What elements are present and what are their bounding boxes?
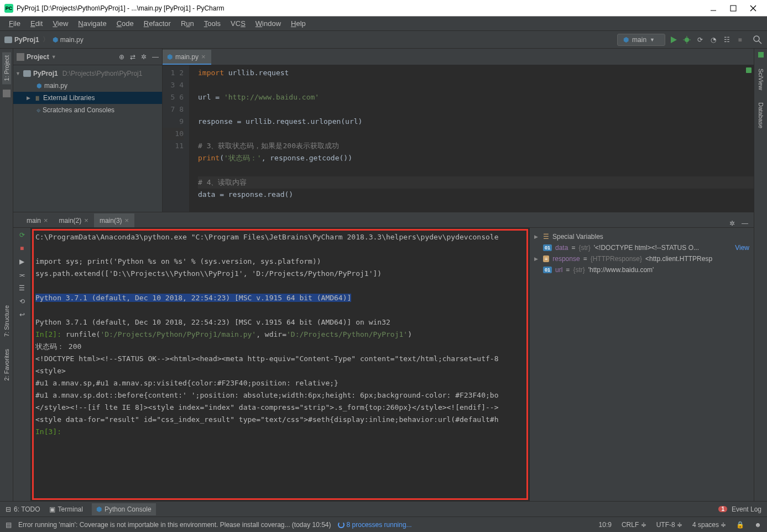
menu-refactor[interactable]: Refactor — [139, 18, 175, 29]
close-button[interactable] — [749, 4, 757, 12]
run-tab-main3[interactable]: main(3)× — [94, 213, 134, 227]
tab-database[interactable]: Database — [756, 99, 765, 132]
locate-icon[interactable]: ⊕ — [119, 53, 124, 61]
python-file-icon: ⬢ — [167, 53, 173, 61]
tab-project[interactable]: 1: Project — [2, 52, 11, 84]
bookmarks-icon[interactable] — [3, 90, 11, 97]
menu-run[interactable]: Run — [176, 18, 199, 29]
code-text[interactable]: import urllib.request url = 'http://www.… — [189, 65, 754, 212]
stop-icon[interactable]: ■ — [20, 244, 24, 252]
chevron-right-icon[interactable]: ▶ — [27, 95, 32, 101]
tab-python-console[interactable]: ⬢Python Console — [92, 503, 156, 515]
tree-file-main[interactable]: ⬢ main.py — [13, 80, 162, 92]
titlebar: PC PyProj1 [D:\Projects\Python\PyProj1] … — [0, 0, 767, 17]
tab-todo[interactable]: ⊟6: TODO — [6, 505, 40, 513]
var-value: 'http://www.baidu.com' — [588, 266, 654, 274]
breadcrumb-project[interactable]: PyProj1 — [14, 36, 39, 44]
readonly-lock-icon[interactable]: 🔒 — [736, 521, 744, 529]
debug-button[interactable] — [682, 35, 692, 45]
bottom-tool-bar: ⊟6: TODO ▣Terminal ⬢Python Console 1 Eve… — [0, 501, 767, 517]
run-button[interactable] — [669, 35, 679, 45]
spinner-icon — [338, 521, 345, 528]
background-processes[interactable]: 8 processes running... — [338, 521, 412, 529]
editor-area: ⬢ main.py × 1 2 3 4 5 6 7 8 9 1011 impor… — [163, 49, 754, 212]
breadcrumb-file[interactable]: main.py — [60, 36, 84, 44]
chevron-right-icon[interactable]: ▶ — [534, 234, 540, 239]
soft-wrap-icon[interactable]: ↩ — [19, 311, 25, 319]
file-encoding[interactable]: UTF-8 ≑ — [656, 521, 682, 529]
svg-point-5 — [685, 38, 689, 42]
gear-icon[interactable]: ✲ — [141, 53, 147, 61]
chevron-down-icon[interactable]: ▼ — [51, 54, 56, 60]
menu-code[interactable]: Code — [112, 18, 138, 29]
search-everywhere-button[interactable] — [753, 35, 763, 45]
minimize-button[interactable] — [709, 4, 717, 12]
var-value: '<!DOCTYPE html><!--STATUS O... — [594, 244, 699, 252]
profile-button[interactable]: ◔ — [708, 35, 718, 45]
project-header-label[interactable]: Project — [27, 53, 49, 61]
breadcrumb[interactable]: PyProj1 〉 ⬢ main.py — [4, 35, 84, 44]
attach-debug-icon[interactable]: ⫘ — [19, 271, 25, 279]
tree-external-libraries[interactable]: ▶ ⫼ External Libraries — [13, 92, 162, 104]
tab-structure[interactable]: 7: Structure — [2, 302, 11, 340]
tab-favorites[interactable]: 2: Favorites — [2, 346, 11, 384]
var-row-response[interactable]: ▶ ≡ response = {HTTPResponse} <http.clie… — [534, 253, 749, 264]
notification-count: 1 — [718, 506, 727, 512]
gear-icon[interactable]: ✲ — [729, 220, 735, 227]
var-type: {HTTPResponse} — [591, 255, 642, 263]
close-icon[interactable]: × — [44, 216, 48, 225]
menu-navigate[interactable]: Navigate — [74, 18, 111, 29]
hide-icon[interactable]: — — [742, 220, 748, 227]
menu-edit[interactable]: Edit — [26, 18, 47, 29]
var-type-badge: ≡ — [543, 255, 549, 262]
menu-window[interactable]: Window — [251, 18, 285, 29]
chevron-down-icon[interactable]: ▼ — [15, 71, 21, 76]
history-icon[interactable]: ⟲ — [19, 298, 25, 305]
menu-help[interactable]: Help — [286, 18, 310, 29]
inspection-ok-icon[interactable] — [758, 52, 764, 58]
new-console-icon[interactable]: ☰ — [19, 284, 25, 292]
hide-icon[interactable]: — — [152, 53, 159, 61]
maximize-button[interactable] — [729, 4, 737, 12]
run-tab-main[interactable]: main× — [21, 213, 54, 227]
tree-project-root[interactable]: ▼ PyProj1 D:\Projects\Python\PyProj1 — [13, 67, 162, 80]
status-message: Error running 'main': Coverage is not im… — [18, 521, 331, 529]
close-icon[interactable]: × — [125, 216, 129, 225]
tree-scratches[interactable]: ⟐ Scratches and Consoles — [13, 104, 162, 116]
menu-vcs[interactable]: VCS — [226, 18, 250, 29]
cursor-position[interactable]: 10:9 — [599, 521, 612, 529]
expand-all-icon[interactable]: ⇄ — [130, 53, 135, 61]
console-output[interactable]: C:\ProgramData\Anaconda3\python.exe "C:\… — [31, 228, 529, 501]
menu-view[interactable]: View — [48, 18, 72, 29]
line-separator[interactable]: CRLF ≑ — [622, 521, 646, 529]
tab-terminal[interactable]: ▣Terminal — [49, 505, 83, 513]
close-icon[interactable]: × — [84, 216, 88, 225]
editor-tab-main[interactable]: ⬢ main.py × — [163, 50, 211, 65]
console-toolbar: ⟳ ■ ▶ ⫘ ☰ ⟲ ↩ — [13, 228, 31, 501]
run-config-selector[interactable]: ⬢ main ▼ — [617, 34, 665, 46]
rerun-icon[interactable]: ⟳ — [19, 231, 25, 239]
inspection-hector-icon[interactable]: ☻ — [754, 521, 761, 529]
chevron-right-icon[interactable]: ▶ — [534, 256, 540, 262]
menu-file[interactable]: File — [4, 18, 25, 29]
close-icon[interactable]: × — [201, 53, 206, 61]
concurrency-button[interactable]: ☷ — [722, 35, 732, 45]
execute-icon[interactable]: ▶ — [19, 258, 24, 265]
vars-header-row[interactable]: ▶ ☰ Special Variables — [534, 231, 749, 242]
code-editor[interactable]: 1 2 3 4 5 6 7 8 9 1011 import urllib.req… — [163, 65, 754, 212]
python-file-icon: ⬢ — [36, 82, 42, 90]
inspection-indicator[interactable] — [746, 67, 752, 73]
indent-setting[interactable]: 4 spaces ≑ — [692, 521, 726, 529]
var-row-data[interactable]: 01 data = {str} '<!DOCTYPE html><!--STAT… — [534, 242, 749, 253]
var-row-url[interactable]: 01 url = {str} 'http://www.baidu.com' — [534, 264, 749, 275]
breadcrumb-separator: 〉 — [43, 35, 49, 44]
stop-button[interactable]: ■ — [735, 35, 745, 45]
view-link[interactable]: View — [735, 244, 749, 252]
tab-event-log[interactable]: Event Log — [732, 505, 761, 513]
coverage-button[interactable]: ⟳ — [695, 35, 705, 45]
run-tab-main2[interactable]: main(2)× — [54, 213, 94, 227]
tab-sciview[interactable]: SciView — [756, 65, 765, 93]
tool-windows-toggle-icon[interactable]: ▤ — [6, 521, 12, 529]
right-tool-strip: SciView Database — [754, 49, 767, 501]
menu-tools[interactable]: Tools — [200, 18, 225, 29]
